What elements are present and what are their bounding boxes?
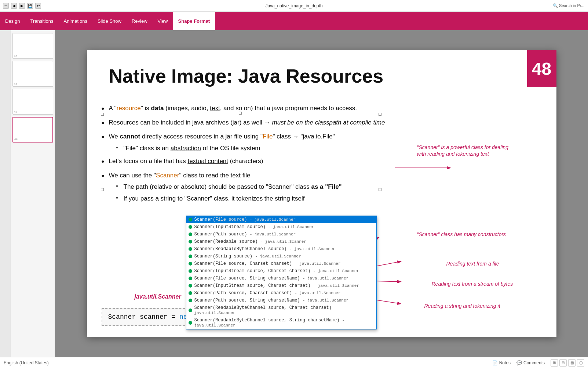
presenter-view-button[interactable]: ▢	[577, 359, 584, 367]
tab-view[interactable]: View	[153, 12, 173, 30]
ac-text-9: Scanner(InputStream source, Charset char…	[194, 283, 359, 288]
minimize-button[interactable]: ─	[3, 3, 9, 9]
undo-button[interactable]: ↩	[35, 3, 41, 9]
tab-transitions[interactable]: Transitions	[25, 12, 58, 30]
slide-thumb-47[interactable]: 47	[12, 89, 53, 115]
ac-dot-11	[189, 299, 192, 302]
autocomplete-item-13[interactable]: Scanner(ReadableByteChannel source, Stri…	[186, 317, 376, 329]
autocomplete-item-8[interactable]: Scanner(File source, String charsetName)…	[186, 275, 376, 282]
tab-shape-format[interactable]: Shape Format	[173, 12, 215, 30]
scanner-text-orange: Scanner	[156, 172, 179, 179]
comments-button[interactable]: 💬 Comments	[516, 360, 545, 365]
text-text: text	[210, 105, 220, 112]
autocomplete-item-5[interactable]: Scanner(String source) - java.util.Scann…	[186, 253, 376, 260]
bullet-text-1: A "resource" is data (images, audio, tex…	[109, 104, 545, 113]
tab-animations[interactable]: Animations	[59, 12, 92, 30]
tab-review[interactable]: Review	[127, 12, 153, 30]
as-a-file-text: as a "File"	[311, 183, 342, 190]
notes-button[interactable]: 📄 Notes	[492, 360, 511, 365]
classpath-text: must be on the classpath at compile time	[272, 119, 385, 126]
canvas-area: 48 Native Image: Java Resources • A "res…	[55, 30, 588, 357]
bullet-dot-2: •	[102, 118, 109, 129]
ac-dot-12	[189, 309, 192, 312]
autocomplete-dropdown[interactable]: Scanner(File source) - java.util.Scanner…	[186, 216, 377, 329]
slide-title: Native Image: Java Resources	[109, 65, 520, 87]
ac-text-6: Scanner(File source, Charset charset) - …	[194, 261, 341, 266]
autocomplete-item-1[interactable]: Scanner(InputStream source) - java.util.…	[186, 223, 376, 231]
textual-content-text: textual content	[187, 158, 228, 165]
ac-dot-6	[189, 262, 192, 266]
ac-text-11: Scanner(Path source, String charsetName)…	[194, 298, 349, 303]
autocomplete-item-7[interactable]: Scanner(InputStream source, Charset char…	[186, 267, 376, 275]
ac-text-3: Scanner(Readable source) - java.util.Sca…	[194, 239, 306, 244]
ac-dot-2	[189, 232, 192, 236]
java-io-file-text: java.io.File	[303, 133, 332, 140]
ac-dot-5	[189, 255, 192, 258]
tab-slideshow[interactable]: Slide Show	[92, 12, 127, 30]
status-bar: English (United States) 📄 Notes 💬 Commen…	[0, 357, 588, 368]
status-right-area: 📄 Notes 💬 Comments ⊞ ⊟ ▤ ▢	[492, 359, 584, 367]
bullet-dot-1: •	[102, 104, 109, 114]
slides-panel[interactable]: 45 46 47 48	[11, 30, 55, 357]
bullet-4: • Let's focus on a file that has textual…	[102, 156, 545, 167]
back-button[interactable]: ◀	[11, 3, 17, 9]
ac-text-5: Scanner(String source) - java.util.Scann…	[194, 254, 301, 259]
annotation-reading-string: Reading a string and tokenizing it	[424, 303, 549, 309]
code-prefix: Scanner scanner =	[108, 313, 179, 321]
forward-button[interactable]: ▶	[19, 3, 25, 9]
autocomplete-item-3[interactable]: Scanner(Readable source) - java.util.Sca…	[186, 238, 376, 245]
autocomplete-item-4[interactable]: Scanner(ReadableByteChannel source) - ja…	[186, 245, 376, 253]
title-bar-controls[interactable]: ─ ◀ ▶ 💾 ↩	[3, 3, 41, 9]
slide-sorter-button[interactable]: ⊟	[559, 359, 567, 367]
ac-text-12: Scanner(ReadableByteChannel source, Char…	[194, 305, 374, 315]
bullet-dot-3: •	[102, 132, 109, 142]
left-panel	[0, 30, 11, 357]
sub-dot-5-1: ▪	[116, 182, 124, 190]
sub-text-5-2: If you pass a string to "Scanner" class,…	[124, 194, 305, 203]
ac-dot-1	[189, 225, 192, 229]
autocomplete-item-2[interactable]: Scanner(Path source) - java.util.Scanner	[186, 231, 376, 238]
bullet-2: • Resources can be included in java arch…	[102, 118, 545, 129]
data-text: data	[151, 105, 164, 112]
ac-dot-13	[189, 321, 192, 325]
comments-icon: 💬	[516, 360, 522, 365]
annotation-reading-file: Reading text from a file	[446, 260, 549, 267]
slide-canvas: 48 Native Image: Java Resources • A "res…	[87, 50, 556, 337]
slide-number-badge: 48	[527, 50, 556, 87]
tab-design[interactable]: Design	[0, 12, 25, 30]
save-button[interactable]: 💾	[27, 3, 33, 9]
ac-text-4: Scanner(ReadableByteChannel source) - ja…	[194, 246, 336, 252]
cannot-text: cannot	[120, 133, 140, 140]
slide-thumb-46[interactable]: 46	[12, 61, 53, 87]
autocomplete-item-11[interactable]: Scanner(Path source, String charsetName)…	[186, 297, 376, 304]
slide-thumb-45[interactable]: 45	[12, 33, 53, 59]
ac-text-7: Scanner(InputStream source, Charset char…	[194, 268, 359, 274]
bullet-dot-5: •	[102, 171, 109, 181]
reading-view-button[interactable]: ▤	[568, 359, 576, 367]
notes-icon: 📄	[492, 360, 498, 365]
abstraction-text: abstraction	[171, 145, 201, 152]
annotation-constructors: "Scanner" class has many constructors	[417, 231, 549, 238]
normal-view-button[interactable]: ⊞	[551, 359, 558, 367]
bullet-text-5: We can use the "Scanner" class to read t…	[109, 171, 545, 203]
autocomplete-item-12[interactable]: Scanner(ReadableByteChannel source, Char…	[186, 304, 376, 317]
sub-dot-3-1: ▪	[116, 144, 124, 151]
autocomplete-item-0[interactable]: Scanner(File source) - java.util.Scanner	[186, 216, 376, 223]
ac-dot-4	[189, 247, 192, 251]
autocomplete-item-10[interactable]: Scanner(Path source, Charset charset) - …	[186, 289, 376, 297]
ac-dot-0	[189, 218, 192, 221]
bullet-text-4: Let's focus on a file that has textual c…	[109, 156, 545, 166]
ac-text-0: Scanner(File source) - java.util.Scanner	[194, 217, 296, 222]
bullet-1: • A "resource" is data (images, audio, t…	[102, 104, 545, 114]
pink-java-util-scanner-label: java.util.Scanner	[135, 293, 181, 300]
annotation-scanner-desc: "Scanner" is a powerful class for dealin…	[417, 144, 553, 157]
bullet-dot-4: •	[102, 156, 109, 167]
slide-thumb-48[interactable]: 48	[12, 117, 53, 142]
ac-dot-8	[189, 277, 192, 280]
autocomplete-item-6[interactable]: Scanner(File source, Charset charset) - …	[186, 260, 376, 267]
file-text-orange: File	[263, 133, 273, 140]
autocomplete-item-9[interactable]: Scanner(InputStream source, Charset char…	[186, 282, 376, 289]
title-bar: ─ ◀ ▶ 💾 ↩ Java_native_image_in_depth 🔍 S…	[0, 0, 588, 12]
search-area[interactable]: 🔍 Search in Pr...	[553, 3, 584, 8]
view-icons-group: ⊞ ⊟ ▤ ▢	[551, 359, 584, 367]
